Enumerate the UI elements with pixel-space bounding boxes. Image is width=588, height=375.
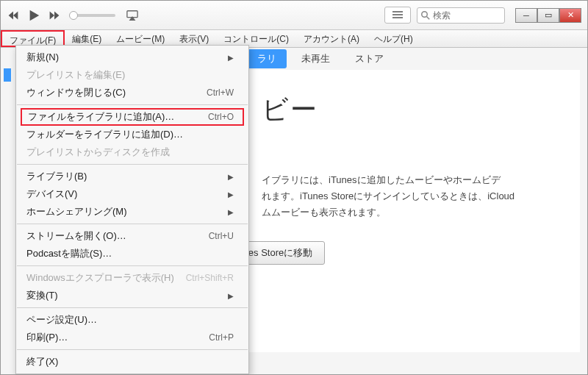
menu-separator <box>17 224 248 224</box>
maximize-button[interactable]: ▭ <box>537 8 559 23</box>
svg-line-11 <box>427 16 430 19</box>
menu-separator <box>17 104 248 105</box>
svg-marker-0 <box>9 11 13 19</box>
chevron-right-icon: ▶ <box>228 292 234 300</box>
prev-button[interactable] <box>7 9 20 22</box>
page-title: ビー <box>262 92 573 128</box>
search-box[interactable] <box>417 7 505 24</box>
svg-marker-3 <box>50 11 54 19</box>
close-button[interactable]: ✕ <box>559 8 581 23</box>
minimize-button[interactable]: ─ <box>515 8 537 23</box>
content-line1: イブラリには、iTunesに追加したムービーやホームビデ <box>262 172 573 188</box>
menuitem-add-folder[interactable]: フォルダーをライブラリに追加(D)… <box>16 126 248 143</box>
menu-separator <box>17 265 248 266</box>
svg-marker-1 <box>13 11 18 19</box>
svg-point-10 <box>422 11 428 17</box>
svg-marker-2 <box>30 10 40 20</box>
volume-slider[interactable] <box>71 14 115 17</box>
chevron-right-icon: ▶ <box>228 208 234 216</box>
sidebar-selection-indicator <box>4 68 11 82</box>
menuitem-exit[interactable]: 終了(X) <box>16 353 248 371</box>
menuitem-page-setup[interactable]: ページ設定(U)… <box>16 311 248 329</box>
menuitem-edit-playlist: プレイリストを編集(E) <box>16 66 248 84</box>
tab-unplayed[interactable]: 未再生 <box>291 49 340 68</box>
file-menu-dropdown: 新規(N)▶ プレイリストを編集(E) ウィンドウを閉じる(C)Ctrl+W フ… <box>15 45 249 374</box>
menuitem-new[interactable]: 新規(N)▶ <box>16 49 248 66</box>
menuitem-library[interactable]: ライブラリ(B)▶ <box>16 168 248 185</box>
menuitem-close-window[interactable]: ウィンドウを閉じる(C)Ctrl+W <box>16 84 248 101</box>
svg-marker-4 <box>54 11 59 19</box>
right-toolbar: ─ ▭ ✕ <box>384 7 581 24</box>
menu-separator <box>17 349 248 350</box>
menu-separator <box>17 164 248 165</box>
chevron-right-icon: ▶ <box>228 54 234 62</box>
main-content: ビー イブラリには、iTunesに追加したムービーやホームビデ れます。iTun… <box>247 70 580 352</box>
menuitem-devices[interactable]: デバイス(V)▶ <box>16 185 248 203</box>
player-toolbar: ─ ▭ ✕ <box>1 1 587 30</box>
menu-help[interactable]: ヘルプ(H) <box>367 30 420 47</box>
play-button[interactable] <box>27 9 40 22</box>
menu-separator <box>17 307 248 308</box>
svg-marker-6 <box>129 15 136 20</box>
menu-account[interactable]: アカウント(A) <box>296 30 367 47</box>
search-input[interactable] <box>433 10 492 21</box>
menuitem-add-file[interactable]: ファイルをライブラリに追加(A)…Ctrl+O <box>21 108 244 126</box>
menuitem-burn-disc: プレイリストからディスクを作成 <box>16 143 248 161</box>
playback-controls <box>7 9 61 22</box>
menuitem-subscribe-podcast[interactable]: Podcastを購読(S)… <box>16 245 248 262</box>
tab-library[interactable]: ラリ <box>247 49 287 68</box>
airplay-icon[interactable] <box>126 9 139 22</box>
search-icon <box>421 11 430 20</box>
chevron-right-icon: ▶ <box>228 173 234 181</box>
menuitem-open-stream[interactable]: ストリームを開く(O)…Ctrl+U <box>16 227 248 245</box>
menuitem-print[interactable]: 印刷(P)…Ctrl+P <box>16 329 248 346</box>
window-controls: ─ ▭ ✕ <box>515 8 581 23</box>
content-line3: ムムービーも表示されます。 <box>262 204 573 221</box>
content-line2: れます。iTunes Storeにサインインしているときは、iCloud <box>262 188 573 204</box>
next-button[interactable] <box>48 9 61 22</box>
chevron-right-icon: ▶ <box>228 190 234 199</box>
menuitem-home-sharing[interactable]: ホームシェアリング(M)▶ <box>16 203 248 221</box>
menuitem-show-in-explorer: Windowsエクスプローラで表示(H)Ctrl+Shift+R <box>16 269 248 287</box>
tab-store[interactable]: ストア <box>345 49 394 68</box>
menuitem-convert[interactable]: 変換(T)▶ <box>16 287 248 304</box>
list-view-button[interactable] <box>384 7 411 24</box>
